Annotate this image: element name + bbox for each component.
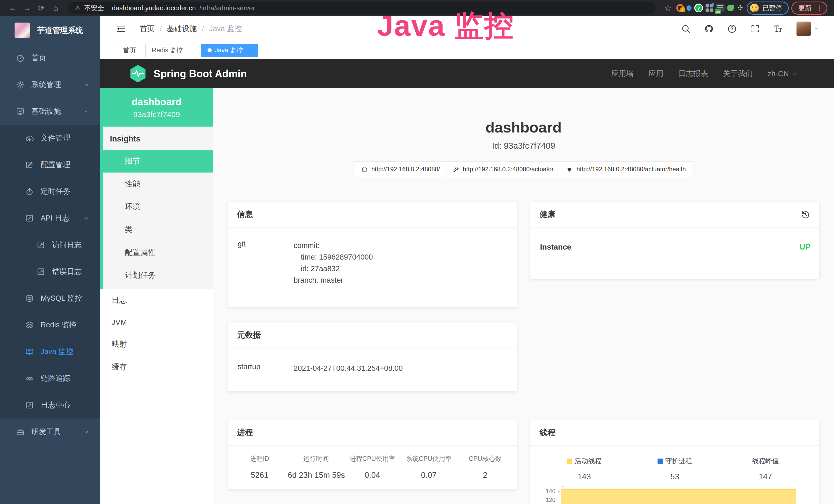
not-secure-warning-icon: ⚠ — [75, 4, 81, 12]
chrome-update-button[interactable]: 更新 — [791, 2, 827, 15]
breadcrumb-infrastructure[interactable]: 基础设施 — [167, 24, 197, 34]
sidebar-item-error-logs[interactable]: 错误日志 — [0, 258, 100, 285]
tab-java-monitor[interactable]: Java 监控 — [201, 44, 258, 57]
bookmark-star-icon[interactable]: ☆ — [662, 2, 674, 14]
process-card-title: 进程 — [237, 427, 253, 438]
sba-menu-scheduled-tasks[interactable]: 计划任务 — [100, 264, 213, 287]
sba-locale-select[interactable]: zh-CN — [768, 70, 798, 78]
sba-nav-applications[interactable]: 应用 — [649, 69, 663, 79]
sba-instance-header[interactable]: dashboard 93a3fc7f7409 — [100, 88, 213, 127]
actuator-url-button[interactable]: http://192.168.0.2:48080/actuator — [446, 161, 560, 177]
sidebar-item-java-monitor[interactable]: Java 监控 — [0, 338, 100, 365]
sba-sidebar: dashboard 93a3fc7f7409 Insights 细节 性能 环境… — [100, 88, 213, 504]
instance-links: http://192.168.0.2:48080/ http://192.168… — [227, 161, 820, 177]
monitor-icon — [16, 107, 25, 116]
sba-brand-title: Spring Boot Admin — [154, 68, 247, 79]
close-tab-icon[interactable] — [246, 47, 252, 53]
sba-nav: 应用墙 应用 日志报表 关于我们 zh-CN — [611, 69, 798, 79]
sba-content: dashboard Id: 93a3fc7f7409 http://192.16… — [213, 88, 834, 504]
process-col-header: 进程CPU使用率 — [344, 455, 401, 463]
process-col-header: 运行时间 — [288, 455, 345, 463]
extension-leaf-icon[interactable] — [727, 5, 734, 11]
sidebar-item-file-mgmt[interactable]: 文件管理 — [0, 125, 100, 152]
service-url-button[interactable]: http://192.168.0.2:48080/ — [355, 161, 446, 177]
sidebar-item-home[interactable]: 首页 — [0, 45, 100, 71]
sidebar-item-infrastructure[interactable]: 基础设施 — [0, 98, 100, 125]
java-monitor-icon — [25, 347, 34, 356]
sidebar-item-mysql-monitor[interactable]: MySQL 监控 — [0, 285, 100, 312]
home-icon[interactable]: ⌂ — [50, 2, 62, 14]
sba-nav-journal[interactable]: 日志报表 — [678, 69, 708, 79]
not-secure-label: 不安全 — [84, 4, 104, 13]
profile-paused-badge[interactable]: 已暂停 — [747, 2, 789, 15]
sba-nav-wallboard[interactable]: 应用墙 — [611, 69, 634, 79]
sidebar-item-redis-monitor[interactable]: Redis 监控 — [0, 312, 100, 338]
sidebar-item-label: 错误日志 — [52, 267, 82, 277]
sba-menu-logs[interactable]: 日志 — [100, 289, 213, 312]
legend-live-threads: 活动线程 — [567, 457, 601, 465]
sba-menu-details[interactable]: 细节 — [100, 150, 213, 173]
sba-menu-config-props[interactable]: 配置属性 — [100, 241, 213, 264]
profile-emoji-avatar — [750, 4, 759, 12]
url-domain: dashboard.yudao.iocoder.cn — [112, 4, 196, 12]
instance-name: dashboard — [103, 96, 211, 108]
help-icon[interactable] — [727, 24, 737, 33]
brand-logo — [14, 22, 30, 38]
metadata-row-label: startup — [238, 363, 293, 374]
sidebar-item-access-logs[interactable]: 访问日志 — [0, 232, 100, 258]
sidebar-item-label: Redis 监控 — [41, 320, 76, 330]
sba-menu-environment[interactable]: 环境 — [100, 196, 213, 218]
sidebar-item-config-mgmt[interactable]: 配置管理 — [0, 152, 100, 178]
extension-tampermonkey-icon[interactable]: 1 — [676, 4, 684, 12]
tab-home[interactable]: 首页 — [117, 44, 142, 57]
sba-menu-mappings[interactable]: 映射 — [100, 333, 213, 356]
sidebar-item-system-mgmt[interactable]: 系统管理 — [0, 71, 100, 98]
sba-menu-metrics[interactable]: 性能 — [100, 173, 213, 196]
process-table: 进程ID5261 运行时间6d 23h 15m 59s 进程CPU使用率0.04… — [228, 446, 517, 480]
forward-icon[interactable]: → — [21, 2, 33, 14]
extension-pin-icon[interactable] — [685, 4, 693, 12]
topbar-actions — [681, 22, 819, 36]
sba-nav-about[interactable]: 关于我们 — [723, 69, 753, 79]
sidebar-collapse-icon[interactable] — [115, 23, 126, 34]
tab-redis-monitor[interactable]: Redis 监控 — [146, 44, 198, 57]
brand-row: 芋道管理系统 — [0, 16, 100, 45]
sidebar-item-label: MySQL 监控 — [41, 293, 82, 303]
user-menu[interactable] — [796, 22, 819, 36]
reload-icon[interactable]: ⟳ — [36, 2, 47, 14]
health-url-button[interactable]: http://192.168.0.2:48080/actuator/health — [560, 161, 692, 177]
extension-onetab-icon[interactable]: on — [716, 4, 725, 12]
address-bar[interactable]: ⚠ 不安全 dashboard.yudao.iocoder.cn/infra/a… — [68, 2, 656, 14]
chevron-down-icon — [83, 429, 89, 435]
close-tab-icon[interactable] — [186, 47, 192, 53]
info-row-label: git — [238, 240, 293, 286]
extension-grid-icon[interactable] — [706, 4, 713, 12]
metadata-row-value: 2021-04-27T00:44:31.254+08:00 — [293, 363, 403, 374]
health-history-icon[interactable] — [801, 210, 810, 219]
gear-icon — [16, 81, 25, 89]
info-card-title: 信息 — [237, 209, 253, 220]
fullscreen-icon[interactable] — [750, 24, 760, 33]
breadcrumb-home[interactable]: 首页 — [140, 24, 155, 34]
back-icon[interactable]: ← — [7, 2, 19, 14]
search-icon[interactable] — [681, 24, 691, 33]
page-title: dashboard — [227, 119, 820, 136]
health-card-title: 健康 — [540, 209, 555, 220]
sba-menu-jvm[interactable]: JVM — [100, 312, 213, 333]
sidebar-item-log-center[interactable]: 日志中心 — [0, 392, 100, 418]
chrome-menu-kebab-icon[interactable] — [816, 4, 823, 12]
spring-boot-admin-logo — [129, 65, 147, 83]
font-size-icon[interactable] — [773, 24, 783, 33]
extensions-puzzle-icon[interactable] — [737, 4, 744, 12]
instance-heading: dashboard Id: 93a3fc7f7409 — [227, 119, 820, 151]
sidebar-item-dev-tools[interactable]: 研发工具 — [0, 418, 100, 445]
sidebar-item-tracing[interactable]: 链路追踪 — [0, 365, 100, 392]
sidebar-item-api-logs[interactable]: API 日志 — [0, 205, 100, 232]
heart-icon — [566, 166, 573, 173]
extension-y-icon[interactable]: y — [694, 4, 703, 12]
browser-chrome: ← → ⟳ ⌂ ⚠ 不安全 dashboard.yudao.iocoder.cn… — [0, 0, 834, 16]
sidebar-item-scheduled-jobs[interactable]: 定时任务 — [0, 178, 100, 205]
github-icon[interactable] — [704, 24, 714, 33]
sba-menu-classes[interactable]: 类 — [100, 218, 213, 241]
sba-menu-caches[interactable]: 缓存 — [100, 356, 213, 379]
